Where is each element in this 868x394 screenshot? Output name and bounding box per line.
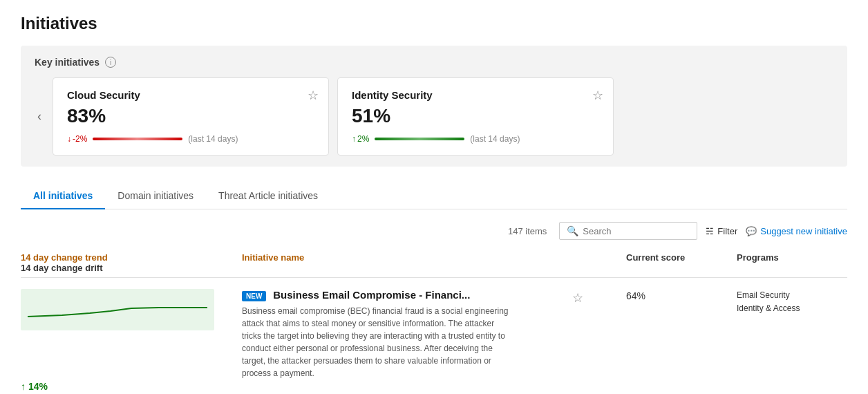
col-header-score: Current score bbox=[626, 252, 737, 263]
table-row: NEW Business Email Compromise - Financi.… bbox=[21, 281, 847, 394]
star-button-identity[interactable]: ☆ bbox=[592, 88, 603, 103]
mini-chart-svg bbox=[21, 289, 214, 330]
info-icon[interactable]: i bbox=[105, 57, 116, 68]
key-initiatives-header: Key initiatives i bbox=[35, 57, 833, 68]
key-initiatives-label: Key initiatives bbox=[35, 57, 100, 68]
col-header-programs: Programs bbox=[737, 252, 847, 263]
initiative-card-cloud: Cloud Security 83% ☆ ↓ -2% (last 14 days… bbox=[53, 77, 329, 156]
filter-button[interactable]: ☵ Filter bbox=[706, 226, 737, 236]
trend-arrow-up-identity: ↑ bbox=[352, 134, 356, 144]
page-title: Initiatives bbox=[21, 14, 847, 33]
filter-icon: ☵ bbox=[706, 226, 714, 236]
search-icon: 🔍 bbox=[567, 225, 578, 236]
card-trend-identity: ↑ 2% (last 14 days) bbox=[352, 134, 599, 144]
suggest-button[interactable]: 💬 Suggest new initiative bbox=[746, 226, 847, 236]
program-2: Identity & Access bbox=[737, 302, 847, 315]
initiative-card-identity: Identity Security 51% ☆ ↑ 2% (last 14 da… bbox=[337, 77, 614, 156]
search-box: 🔍 bbox=[559, 222, 697, 240]
card-title-identity: Identity Security bbox=[352, 89, 599, 101]
col-header-empty bbox=[529, 252, 626, 263]
new-badge: NEW bbox=[242, 291, 266, 301]
trend-chart-cell bbox=[21, 289, 242, 330]
col-header-name: Initiative name bbox=[242, 252, 529, 263]
page-container: Initiatives Key initiatives i ‹ Cloud Se… bbox=[0, 0, 868, 394]
initiative-name-row: NEW Business Email Compromise - Financi.… bbox=[242, 289, 516, 301]
trend-bar-identity bbox=[375, 138, 464, 140]
card-score-cloud: 83% bbox=[67, 105, 314, 127]
col-header-trend: 14 day change trend bbox=[21, 252, 242, 263]
trend-label-cloud: (last 14 days) bbox=[188, 134, 238, 144]
search-input[interactable] bbox=[583, 226, 690, 236]
card-title-cloud: Cloud Security bbox=[67, 89, 314, 101]
prev-chevron[interactable]: ‹ bbox=[35, 106, 44, 126]
card-trend-cloud: ↓ -2% (last 14 days) bbox=[67, 134, 314, 144]
table-header-row: 14 day change trend Initiative name Curr… bbox=[21, 248, 847, 278]
trend-label-identity: (last 14 days) bbox=[470, 134, 520, 144]
key-initiatives-section: Key initiatives i ‹ Cloud Security 83% ☆… bbox=[21, 46, 847, 167]
cards-row: ‹ Cloud Security 83% ☆ ↓ -2% (last 14 da… bbox=[35, 77, 833, 156]
score-cell: 64% bbox=[626, 289, 737, 301]
star-col: ☆ bbox=[529, 289, 626, 306]
card-score-identity: 51% bbox=[352, 105, 599, 127]
table-toolbar: 147 items 🔍 ☵ Filter 💬 Suggest new initi… bbox=[21, 222, 847, 240]
drift-value: ↑ 14% bbox=[21, 381, 242, 392]
suggest-label: Suggest new initiative bbox=[760, 226, 847, 236]
suggest-icon: 💬 bbox=[746, 226, 757, 236]
tab-all-initiatives[interactable]: All initiatives bbox=[21, 183, 105, 209]
programs-cell: Email Security Identity & Access bbox=[737, 289, 847, 315]
row-star-button[interactable]: ☆ bbox=[572, 290, 583, 306]
initiative-title[interactable]: Business Email Compromise - Financi... bbox=[273, 289, 470, 301]
filter-label: Filter bbox=[717, 226, 737, 236]
initiative-name-cell: NEW Business Email Compromise - Financi.… bbox=[242, 289, 529, 379]
tabs-row: All initiatives Domain initiatives Threa… bbox=[21, 183, 847, 209]
col-header-drift: 14 day change drift bbox=[21, 263, 242, 273]
trend-value-cloud: ↓ -2% bbox=[67, 134, 87, 144]
trend-bar-cloud bbox=[93, 138, 182, 140]
drift-cell: ↑ 14% bbox=[21, 379, 242, 392]
tab-threat-article-initiatives[interactable]: Threat Article initiatives bbox=[206, 183, 330, 209]
initiative-desc: Business email compromise (BEC) financia… bbox=[242, 305, 516, 379]
trend-value-identity: ↑ 2% bbox=[352, 134, 369, 144]
tab-domain-initiatives[interactable]: Domain initiatives bbox=[105, 183, 206, 209]
items-count: 147 items bbox=[508, 226, 547, 236]
star-button-cloud[interactable]: ☆ bbox=[308, 88, 319, 103]
program-1: Email Security bbox=[737, 289, 847, 302]
trend-arrow-down-cloud: ↓ bbox=[67, 134, 71, 144]
